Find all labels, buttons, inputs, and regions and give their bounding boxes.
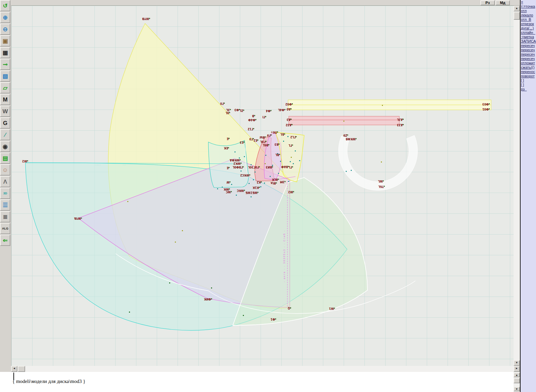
scroll-down-button[interactable]: ▼ [514,360,520,366]
command-item[interactable]: = [521,0,536,4]
books-icon-button[interactable]: ≣ [0,211,10,222]
pattern-piece-icon-button[interactable]: ▱ [0,82,10,93]
garment-icon: Λ [3,179,7,185]
canvas-horizontal-scrollbar[interactable]: ◄ ► [11,366,520,372]
scroll-right-button[interactable]: ► [514,366,520,372]
command-item[interactable]: перенос [521,70,536,74]
compass-w-icon-button[interactable]: W [0,106,10,117]
alg-icon-button[interactable]: ALG [0,223,10,234]
scroll-up-button[interactable]: ▲ [514,373,520,377]
grid-icon-button[interactable]: ▦ [0,47,10,58]
preview-piece-icon: ▣ [2,38,8,44]
left-toolbar: ↺⊕⊖▣▦⊸▧▱MWG∕◉▤☺Λ3D☰≣ALG⇐ [0,0,11,372]
scroll-up-button[interactable]: ▲ [514,6,520,11]
notes-icon: ☰ [3,202,8,208]
pattern-m-icon-button[interactable]: M [0,94,10,105]
table-icon-button[interactable]: ▤ [0,152,10,164]
command-item[interactable]: отл [521,9,536,13]
refresh-icon-button[interactable]: ↺ [0,0,10,11]
exit-icon: ⇐ [3,238,7,243]
books-icon: ≣ [3,214,7,220]
command-item[interactable]: пересеч [521,48,536,52]
preview-piece-icon-button[interactable]: ▣ [0,35,10,47]
image-icon: ▧ [2,73,8,79]
tab-md[interactable]: Мд [495,0,510,5]
command-area-scrollbar[interactable]: ▲ ▼ [514,372,520,392]
exit-icon-button[interactable]: ⇐ [0,235,10,246]
command-item[interactable]: [ ] [521,78,536,83]
scroll-left-button[interactable]: ◄ [11,366,17,372]
camera-icon: ◉ [3,144,8,149]
zoom-out-icon-button[interactable]: ⊖ [0,23,10,35]
vertical-scroll-thumb[interactable] [514,12,520,20]
top-strip: Рз Мд [11,0,520,6]
compass-w-icon: W [2,109,8,114]
command-item[interactable]: отл_В [521,17,536,22]
pattern-canvas[interactable] [11,6,514,366]
notes-icon-button[interactable]: ☰ [0,199,10,211]
measure-segment-icon-button[interactable]: ⊸ [0,59,10,70]
pattern-piece-icon: ▱ [3,85,7,91]
zoom-in-icon: ⊕ [3,15,7,20]
command-item[interactable]: сплайн_ [521,30,536,35]
command-item[interactable]: отрезок [521,22,536,26]
grazia-cad-window: ↺⊕⊖▣▦⊸▧▱MWG∕◉▤☺Λ3D☰≣ALG⇐ Рз Мд [0,0,536,392]
portrait-icon: ☺ [2,167,8,173]
portrait-icon-button[interactable]: ☺ [0,164,10,176]
grid-icon: ▦ [2,50,8,56]
ruler-icon: ∕ [5,132,6,138]
command-item[interactable]: ЗАПИСА [521,39,536,44]
command-item[interactable]: пересеч [521,57,536,61]
command-item[interactable]: пересеч [521,44,536,48]
command-item[interactable]: сжать(() [521,65,536,70]
grading-g-icon: G [3,120,7,126]
canvas-vertical-scrollbar[interactable]: ▲ ▼ [514,6,520,366]
command-item[interactable]: отложит [521,61,536,65]
command-item[interactable]: рз_ [521,87,536,91]
grading-g-icon-button[interactable]: G [0,117,10,129]
camera-icon-button[interactable]: ◉ [0,141,10,152]
command-item[interactable]: :=метка [521,35,536,39]
refresh-icon: ↺ [3,3,7,9]
threed-icon: 3D [3,192,7,195]
command-list-panel: =т:=точкаотллекалоотл_Вотрезокдуга(,,,)с… [520,0,536,392]
mini-scroll-thumb[interactable] [514,378,520,383]
scroll-down-button[interactable]: ▼ [514,387,520,391]
image-icon-button[interactable]: ▧ [0,70,10,82]
command-item[interactable]: поворот [521,74,536,78]
measure-segment-icon: ⊸ [3,62,7,67]
model-path-text: { modeli\модели для диска\mod3 } [12,379,85,384]
garment-icon-button[interactable]: Λ [0,176,10,187]
command-item[interactable]: пересеч [521,52,536,57]
tab-rz[interactable]: Рз [480,0,495,5]
alg-icon: ALG [2,227,8,230]
threed-icon-button[interactable]: 3D [0,188,10,199]
zoom-in-icon-button[interactable]: ⊕ [0,12,10,23]
zoom-out-icon: ⊖ [3,26,7,32]
horizontal-scroll-thumb[interactable] [18,366,25,372]
command-item[interactable]: т:=точка [521,4,536,9]
pattern-m-icon: M [3,97,7,103]
ruler-icon-button[interactable]: ∕ [0,129,10,140]
table-icon: ▤ [2,155,8,161]
command-item[interactable]: дуга(,,,) [521,26,536,30]
command-item[interactable]: [ ] [521,83,536,87]
command-item[interactable]: лекало [521,13,536,17]
